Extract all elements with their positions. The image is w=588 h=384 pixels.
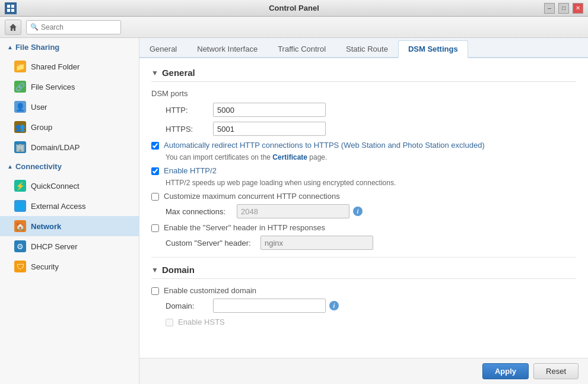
user-icon: 👤 (14, 101, 26, 113)
certificate-hint: You can import certificates on the Certi… (166, 153, 576, 161)
file-sharing-header[interactable]: ▲ File Sharing (0, 38, 139, 56)
sidebar-label-domain-ldap: Domain/LDAP (31, 143, 80, 152)
http2-hint: HTTP/2 speeds up web page loading when u… (166, 179, 576, 187)
custom-server-label: Custom "Server" header: (166, 239, 260, 247)
http2-label: Enable HTTP/2 (164, 166, 217, 175)
collapse-domain-icon[interactable]: ▼ (151, 266, 158, 274)
sidebar-item-quickconnect[interactable]: ⚡ QuickConnect (0, 176, 139, 196)
quickconnect-icon: ⚡ (14, 180, 26, 192)
enable-hsts-label: Enable HSTS (178, 318, 225, 326)
sidebar-label-user: User (31, 103, 47, 112)
max-connections-checkbox[interactable] (151, 193, 159, 201)
max-connections-info-icon[interactable]: i (353, 207, 363, 216)
security-icon: 🛡 (14, 261, 26, 272)
sidebar-item-external-access[interactable]: 🌐 External Access (0, 196, 139, 216)
redirect-label: Automatically redirect HTTP connections … (164, 141, 485, 150)
dsm-ports-label: DSM ports (151, 89, 576, 98)
https-input[interactable] (213, 122, 326, 136)
max-connections-label: Customize maximum concurrent HTTP connec… (164, 192, 340, 201)
titlebar: Control Panel – □ ✕ (0, 0, 588, 17)
domain-input[interactable] (213, 299, 326, 313)
server-header-checkbox[interactable] (151, 224, 159, 232)
minimize-button[interactable]: – (544, 3, 555, 14)
svg-rect-2 (7, 9, 10, 12)
sidebar-label-shared-folder: Shared Folder (31, 62, 80, 71)
sidebar-label-network: Network (31, 222, 61, 231)
http-label: HTTP: (166, 106, 213, 115)
sidebar-item-network[interactable]: 🏠 Network (0, 216, 139, 236)
tab-traffic-control[interactable]: Traffic Control (268, 40, 336, 58)
server-header-label: Enable the "Server" header in HTTP respo… (164, 223, 325, 232)
tab-general[interactable]: General (139, 40, 187, 58)
reset-button[interactable]: Reset (533, 363, 579, 379)
https-row: HTTPS: (151, 122, 576, 136)
window-title: Control Panel (269, 4, 319, 12)
tab-static-route[interactable]: Static Route (336, 40, 398, 58)
sidebar-item-dhcp-server[interactable]: ⚙ DHCP Server (0, 236, 139, 256)
max-connections-row: Max connections: i (151, 204, 576, 218)
https-label: HTTPS: (166, 125, 213, 134)
enable-hsts-checkbox[interactable] (166, 319, 173, 326)
bottom-bar: Apply Reset (139, 358, 588, 384)
general-section-header: ▼ General (151, 68, 576, 82)
http-row: HTTP: (151, 103, 576, 117)
collapse-general-icon[interactable]: ▼ (151, 69, 158, 77)
sidebar-label-file-services: File Services (31, 82, 75, 91)
sidebar-item-user[interactable]: 👤 User (0, 97, 139, 117)
panel-content: ▼ General DSM ports HTTP: HTTPS: Automat… (139, 58, 588, 358)
svg-rect-0 (7, 5, 10, 8)
home-button[interactable] (5, 20, 21, 35)
sidebar-label-dhcp-server: DHCP Server (31, 242, 78, 251)
domain-field-label: Domain: (166, 302, 213, 310)
sidebar-item-security[interactable]: 🛡 Security (0, 256, 139, 277)
certificate-hint-suffix: page. (307, 153, 327, 161)
sidebar-label-security: Security (31, 262, 59, 271)
max-connections-input[interactable] (237, 204, 349, 218)
group-icon: 👥 (14, 121, 26, 133)
search-box: 🔍 (26, 20, 121, 34)
toolbar: 🔍 (0, 17, 588, 38)
max-connections-checkbox-row: Customize maximum concurrent HTTP connec… (151, 192, 576, 201)
search-input[interactable] (41, 23, 112, 31)
enable-domain-checkbox-row: Enable customized domain (151, 286, 576, 295)
http2-checkbox[interactable] (151, 167, 159, 175)
shared-folder-icon: 📁 (14, 61, 26, 72)
sidebar-item-domain-ldap[interactable]: 🏢 Domain/LDAP (0, 137, 139, 157)
close-button[interactable]: ✕ (573, 3, 583, 14)
domain-info-icon[interactable]: i (329, 301, 339, 310)
chevron-down-icon-2: ▲ (7, 163, 13, 170)
sidebar-item-file-services[interactable]: 🔗 File Services (0, 77, 139, 97)
sidebar: ▲ File Sharing 📁 Shared Folder 🔗 File Se… (0, 38, 139, 384)
custom-server-row: Custom "Server" header: (151, 236, 576, 250)
redirect-checkbox[interactable] (151, 142, 159, 150)
content-area: ▲ File Sharing 📁 Shared Folder 🔗 File Se… (0, 38, 588, 384)
tab-network-interface[interactable]: Network Interface (187, 40, 268, 58)
connectivity-header[interactable]: ▲ Connectivity (0, 157, 139, 176)
max-connections-field-label: Max connections: (166, 207, 237, 216)
sidebar-label-external-access: External Access (31, 202, 86, 211)
apply-button[interactable]: Apply (482, 363, 529, 379)
custom-server-input[interactable] (260, 236, 373, 250)
section-divider (151, 257, 576, 258)
main-panel: General Network Interface Traffic Contro… (139, 38, 588, 384)
domain-section-header: ▼ Domain (151, 265, 576, 279)
server-header-checkbox-row: Enable the "Server" header in HTTP respo… (151, 223, 576, 232)
certificate-link[interactable]: Certificate (272, 153, 307, 161)
certificate-hint-prefix: You can import certificates on the (166, 153, 272, 161)
svg-rect-3 (11, 9, 14, 12)
sidebar-item-group[interactable]: 👥 Group (0, 117, 139, 137)
restore-button[interactable]: □ (558, 3, 569, 14)
external-access-icon: 🌐 (14, 200, 26, 212)
tab-bar: General Network Interface Traffic Contro… (139, 38, 588, 58)
window-controls[interactable]: – □ ✕ (544, 3, 583, 14)
svg-marker-4 (9, 24, 17, 31)
enable-domain-checkbox[interactable] (151, 287, 159, 295)
app-container: 🔍 ▲ File Sharing 📁 Shared Folder 🔗 File … (0, 17, 588, 384)
sidebar-item-shared-folder[interactable]: 📁 Shared Folder (0, 56, 139, 77)
domain-ldap-icon: 🏢 (14, 141, 26, 153)
http-input[interactable] (213, 103, 326, 117)
sidebar-label-quickconnect: QuickConnect (31, 182, 80, 191)
sidebar-label-group: Group (31, 123, 52, 132)
search-icon: 🔍 (30, 23, 39, 31)
tab-dsm-settings[interactable]: DSM Settings (398, 40, 468, 58)
